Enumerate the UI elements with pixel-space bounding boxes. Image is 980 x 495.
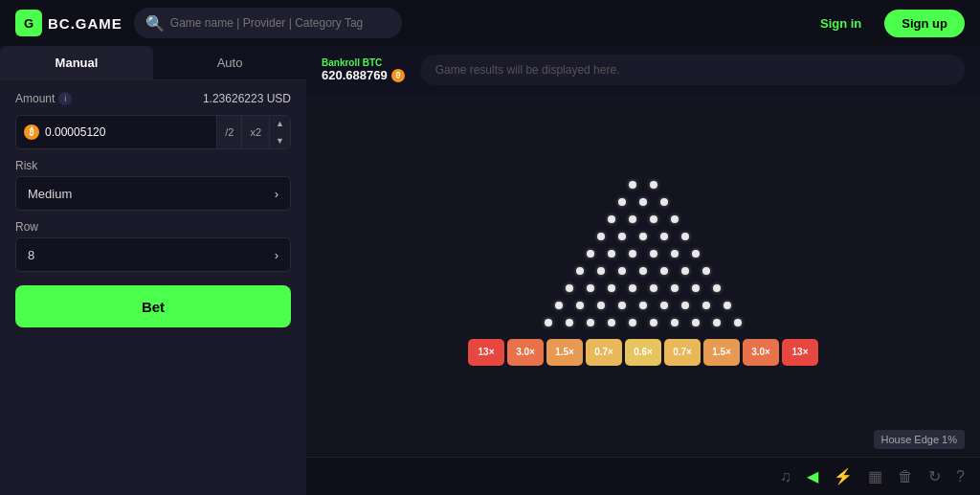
peg — [618, 267, 626, 275]
peg — [681, 267, 689, 275]
results-text: Game results will be displayed here. — [435, 63, 620, 77]
peg — [660, 198, 668, 206]
multiplier-row: 13×3.0×1.5×0.7×0.6×0.7×1.5×3.0×13× — [468, 339, 818, 366]
peg-row — [590, 228, 696, 245]
multiplier-box: 1.5× — [703, 339, 740, 366]
peg — [566, 319, 573, 326]
results-bar: Game results will be displayed here. — [420, 55, 965, 85]
row-select[interactable]: 8 › — [15, 237, 291, 272]
peg — [555, 302, 563, 309]
peg — [671, 250, 679, 258]
peg — [650, 284, 657, 292]
play-icon[interactable]: ◀ — [807, 467, 818, 485]
peg — [639, 302, 647, 309]
peg — [702, 302, 710, 309]
bottom-bar: ♫ ◀ ⚡ ▦ 🗑 ↻ ? — [306, 457, 980, 495]
top-nav: G BC.GAME 🔍 Sign in Sign up — [0, 0, 980, 46]
risk-select[interactable]: Medium › — [15, 176, 291, 211]
bankroll-box: Bankroll BTC 620.688769 ₿ — [322, 57, 405, 82]
row-chevron-icon: › — [275, 248, 278, 262]
peg — [608, 319, 615, 326]
stepper[interactable]: ▲ ▼ — [269, 115, 290, 149]
sidebar: Manual Auto Amount i 1.23626223 USD ₿ 0.… — [0, 46, 306, 495]
coin-input-row[interactable]: ₿ 0.00005120 /2 x2 ▲ ▼ — [15, 115, 291, 149]
peg — [713, 284, 721, 292]
peg — [576, 267, 584, 275]
peg — [639, 267, 647, 275]
bankroll-coin-icon: ₿ — [391, 69, 405, 82]
peg — [681, 233, 689, 240]
peg — [681, 302, 689, 309]
peg — [629, 250, 636, 258]
refresh-icon[interactable]: ↻ — [928, 467, 941, 485]
peg — [618, 233, 626, 240]
search-icon: 🔍 — [145, 14, 165, 33]
peg — [702, 267, 710, 275]
tab-auto[interactable]: Auto — [153, 46, 306, 79]
peg — [639, 198, 647, 206]
step-up-button[interactable]: ▲ — [270, 115, 290, 132]
risk-chevron-icon: › — [275, 187, 278, 201]
lightning-icon[interactable]: ⚡ — [834, 467, 853, 485]
multiplier-box: 3.0× — [507, 339, 544, 366]
signin-button[interactable]: Sign in — [809, 11, 873, 36]
tabs: Manual Auto — [0, 46, 306, 80]
peg — [629, 284, 636, 292]
signup-button[interactable]: Sign up — [884, 10, 965, 37]
peg — [660, 302, 668, 309]
tab-manual[interactable]: Manual — [0, 46, 153, 79]
bet-button[interactable]: Bet — [15, 285, 291, 327]
row-label: Row — [15, 220, 291, 234]
help-icon[interactable]: ? — [956, 468, 965, 485]
peg — [545, 319, 552, 326]
peg — [618, 198, 626, 206]
multiply-2-button[interactable]: x2 — [241, 115, 269, 149]
peg — [650, 215, 657, 223]
peg — [608, 250, 615, 258]
peg — [639, 233, 647, 240]
peg — [650, 319, 657, 326]
house-edge-badge: House Edge 1% — [874, 430, 966, 449]
risk-value: Medium — [28, 187, 72, 201]
multiplier-box: 1.5× — [546, 339, 583, 366]
multiplier-box: 0.6× — [625, 339, 661, 366]
peg — [566, 284, 573, 292]
peg — [692, 319, 700, 326]
row-group: Row 8 › — [15, 220, 291, 272]
peg-row — [622, 176, 664, 193]
multiplier-box: 0.7× — [586, 339, 622, 366]
peg — [587, 319, 594, 326]
risk-group: Risk Medium › — [15, 159, 291, 211]
peg-row — [580, 245, 706, 262]
amount-label: Amount i — [15, 92, 72, 105]
peg — [597, 302, 605, 309]
music-icon[interactable]: ♫ — [780, 468, 791, 485]
peg — [608, 284, 615, 292]
trash-icon[interactable]: 🗑 — [898, 468, 913, 485]
search-input[interactable] — [170, 16, 390, 30]
peg — [734, 319, 742, 326]
logo-area: G BC.GAME — [15, 10, 122, 36]
peg — [587, 284, 594, 292]
peg — [587, 250, 594, 258]
peg — [629, 215, 636, 223]
peg-row — [569, 262, 717, 280]
peg — [692, 284, 700, 292]
peg — [671, 284, 679, 292]
peg-row — [601, 211, 685, 228]
step-down-button[interactable]: ▼ — [270, 132, 290, 149]
peg-row — [538, 314, 748, 331]
btc-icon: ₿ — [24, 124, 39, 140]
search-bar[interactable]: 🔍 — [134, 8, 402, 38]
multiplier-box: 3.0× — [743, 339, 779, 366]
divide-2-button[interactable]: /2 — [216, 115, 241, 149]
peg — [650, 181, 657, 189]
game-board: 13×3.0×1.5×0.7×0.6×0.7×1.5×3.0×13× — [306, 94, 980, 457]
bankroll-value: 620.688769 ₿ — [322, 68, 405, 82]
main-layout: Manual Auto Amount i 1.23626223 USD ₿ 0.… — [0, 46, 980, 495]
bankroll-label: Bankroll BTC — [322, 57, 382, 68]
peg — [724, 302, 731, 309]
bc-game-logo-icon: G — [15, 10, 42, 36]
grid-icon[interactable]: ▦ — [868, 467, 882, 485]
peg — [597, 233, 605, 240]
